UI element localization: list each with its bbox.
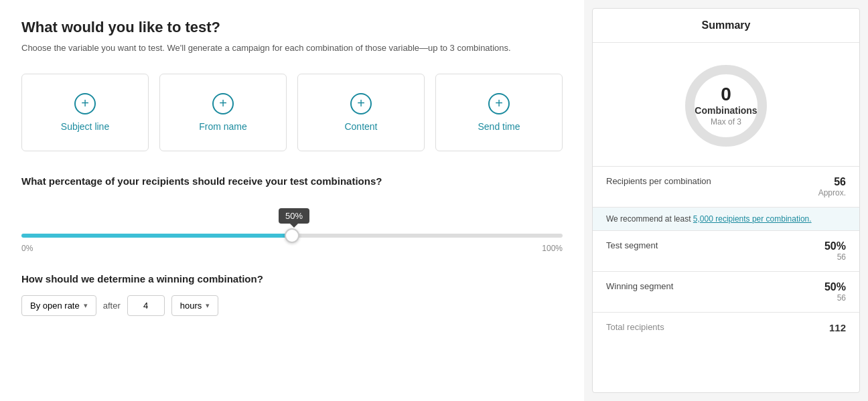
page-subtitle: Choose the variable you want to test. We… — [21, 42, 563, 55]
test-segment-label: Test segment — [606, 240, 658, 250]
total-label: Total recipients — [606, 322, 664, 333]
donut-chart: 0 Combinations Max of 3 — [679, 59, 773, 153]
winning-segment-sub: 56 — [824, 293, 846, 303]
plus-icon-from: + — [212, 93, 234, 114]
plus-icon-content: + — [350, 93, 372, 114]
donut-center: 0 Combinations Max of 3 — [695, 85, 757, 127]
method-label: By open rate — [30, 301, 80, 311]
winning-question: How should we determine a winning combin… — [21, 273, 563, 285]
slider-tooltip-value: 50% — [285, 211, 303, 221]
main-panel: What would you like to test? Choose the … — [0, 0, 584, 401]
recipients-label: Recipients per combination — [606, 176, 711, 186]
plus-icon-sendtime: + — [488, 93, 510, 114]
winning-section: How should we determine a winning combin… — [21, 273, 563, 316]
recommendation-text: We recommend at least 5,000 recipients p… — [606, 214, 812, 224]
winning-row: By open rate after hours — [21, 295, 563, 316]
recommendation-link[interactable]: 5,000 recipients per combination. — [693, 214, 812, 224]
winning-segment-value: 50% — [824, 281, 846, 293]
hours-dropdown[interactable]: hours — [171, 295, 219, 316]
summary-sidebar: Summary 0 Combinations Max of 3 Recipien… — [592, 8, 860, 393]
donut-number: 0 — [695, 85, 757, 104]
donut-section: 0 Combinations Max of 3 — [593, 43, 859, 167]
card-subject-line[interactable]: + Subject line — [21, 74, 149, 151]
winning-segment-value-wrap: 50% 56 — [824, 281, 846, 303]
test-segment-value: 50% — [824, 240, 846, 252]
winning-segment-row: Winning segment 50% 56 — [593, 272, 859, 313]
total-value: 112 — [829, 322, 846, 333]
card-content[interactable]: + Content — [297, 74, 425, 151]
percentage-slider[interactable] — [21, 234, 563, 238]
slider-max-label: 100% — [542, 244, 563, 253]
test-segment-sub: 56 — [824, 252, 846, 262]
slider-labels: 0% 100% — [21, 244, 563, 253]
method-dropdown[interactable]: By open rate — [21, 295, 96, 316]
slider-min-label: 0% — [21, 244, 33, 253]
donut-label: Combinations — [695, 105, 757, 116]
card-from-name[interactable]: + From name — [159, 74, 287, 151]
slider-container: 50% 0% 100% — [21, 208, 563, 253]
slider-question: What percentage of your recipients shoul… — [21, 175, 563, 187]
test-segment-row: Test segment 50% 56 — [593, 231, 859, 272]
hours-input[interactable] — [127, 295, 165, 316]
recipients-row: Recipients per combination 56 Approx. — [593, 167, 859, 208]
recipients-sub: Approx. — [818, 188, 846, 197]
recipients-value-wrap: 56 Approx. — [818, 176, 846, 197]
slider-section: What percentage of your recipients shoul… — [21, 175, 563, 253]
test-segment-value-wrap: 50% 56 — [824, 240, 846, 262]
summary-title: Summary — [593, 9, 859, 43]
hours-label: hours — [180, 301, 202, 311]
recommendation-box: We recommend at least 5,000 recipients p… — [593, 208, 859, 231]
card-label-from: From name — [199, 121, 247, 132]
card-label-sendtime: Send time — [478, 121, 520, 132]
donut-sublabel: Max of 3 — [695, 117, 757, 127]
variable-cards: + Subject line + From name + Content + S… — [21, 74, 563, 151]
slider-tooltip: 50% — [279, 208, 309, 224]
card-label-content: Content — [344, 121, 377, 132]
recipients-value: 56 — [818, 176, 846, 188]
winning-segment-label: Winning segment — [606, 281, 673, 291]
page-title: What would you like to test? — [21, 19, 563, 36]
total-row: Total recipients 112 — [593, 313, 859, 343]
after-label: after — [103, 301, 121, 311]
app-container: What would you like to test? Choose the … — [0, 0, 868, 401]
card-send-time[interactable]: + Send time — [435, 74, 563, 151]
plus-icon-subject: + — [74, 93, 96, 114]
card-label-subject: Subject line — [61, 121, 109, 132]
